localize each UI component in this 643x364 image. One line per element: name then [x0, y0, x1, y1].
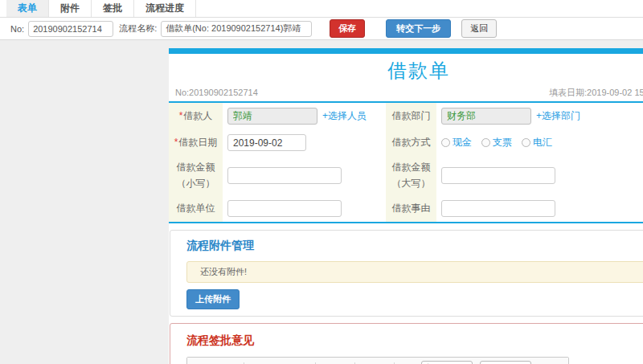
amount-upper-cell — [436, 156, 643, 195]
unit-label-text: 借款单位 — [177, 200, 215, 216]
no-attachments-alert: 还没有附件! — [186, 261, 643, 283]
outdent-button[interactable]: ⇤ — [358, 361, 375, 364]
check-radio[interactable] — [481, 138, 490, 147]
department-label-text: 借款部门 — [392, 108, 431, 124]
loan-date-label-text: 借款日期 — [178, 134, 217, 150]
italic-button[interactable]: I — [208, 361, 224, 364]
no-input[interactable] — [28, 21, 113, 37]
reason-input[interactable] — [441, 200, 555, 217]
content-area: 借款单 No:20190902152714 填表日期:2019-09-02 15… — [0, 40, 643, 364]
form-no-text: No:20190902152714 — [175, 88, 258, 97]
action-toolbar: No: 流程名称: 保存 转交下一步 返回 — [0, 18, 643, 40]
link-button[interactable]: ∞ — [264, 361, 280, 364]
bulleted-list-button[interactable]: ☰ — [335, 361, 351, 364]
amount-lower-label-text: 借款金额（小写） — [170, 159, 221, 192]
numbered-list-button[interactable]: ≡ — [319, 361, 335, 364]
strikethrough-button[interactable]: abc — [224, 361, 240, 364]
no-label: No: — [10, 24, 24, 34]
check-radio-option[interactable]: 支票 — [481, 136, 512, 149]
payment-method-cell: 现金 支票 电汇 — [436, 129, 643, 156]
blockquote-button[interactable]: ” — [398, 361, 414, 364]
amount-upper-label: 借款金额（大写） — [386, 156, 436, 195]
form-title: 借款单 — [169, 54, 643, 84]
signoff-heading: 流程签批意见 — [186, 333, 643, 348]
editor-toolbar-buttons: BIabc✐∞∞⚑≡☰⇤⇥” — [192, 361, 414, 364]
unit-label: 借款单位 — [169, 195, 223, 222]
tab-bar: 表单 附件 签批 流程进度 — [0, 0, 643, 18]
check-radio-label: 支票 — [493, 136, 512, 149]
attachments-panel: 流程附件管理 还没有附件! 上传附件 — [170, 230, 643, 317]
form-meta: No:20190902152714 填表日期:2019-09-02 15:27:… — [169, 84, 643, 101]
bold-button[interactable]: B — [192, 361, 208, 364]
loan-form-table: * 借款人 +选择人员 借款部门 +选择部门 * 借款日期 — [169, 101, 643, 223]
unlink-button[interactable]: ∞ — [280, 361, 296, 364]
cash-radio-option[interactable]: 现金 — [441, 136, 472, 149]
indent-button[interactable]: ⇥ — [375, 361, 391, 364]
department-cell: +选择部门 — [436, 103, 643, 129]
styles-dropdown[interactable]: 样式 ▾ — [421, 361, 473, 364]
format-dropdown[interactable]: 格式 ▾ — [480, 361, 531, 364]
process-name-label: 流程名称: — [119, 22, 157, 35]
wire-radio-label: 电汇 — [533, 136, 552, 149]
required-marker: * — [174, 134, 178, 150]
unit-input[interactable] — [227, 200, 342, 217]
upload-attachment-button[interactable]: 上传附件 — [186, 289, 240, 309]
next-step-button[interactable]: 转交下一步 — [386, 19, 451, 38]
tab-progress[interactable]: 流程进度 — [134, 0, 196, 17]
tab-signoff[interactable]: 签批 — [92, 0, 134, 17]
editor-toolbar: BIabc✐∞∞⚑≡☰⇤⇥” 样式 ▾ 格式 ▾ — [187, 358, 568, 364]
reason-label: 借款事由 — [386, 195, 436, 222]
process-name-input[interactable] — [161, 21, 312, 37]
tab-form[interactable]: 表单 — [6, 0, 49, 17]
loan-date-label: * 借款日期 — [169, 129, 223, 156]
unit-cell — [223, 195, 386, 222]
reason-cell — [436, 195, 643, 222]
department-label: 借款部门 — [386, 103, 436, 129]
borrower-input[interactable] — [227, 108, 317, 125]
attachments-heading: 流程附件管理 — [186, 239, 643, 253]
cash-radio[interactable] — [441, 138, 450, 147]
form-date-text: 填表日期:2019-09-02 15:27:14 — [549, 84, 643, 101]
loan-date-input[interactable] — [227, 134, 306, 151]
cash-radio-label: 现金 — [453, 136, 472, 149]
amount-lower-input[interactable] — [227, 167, 342, 184]
rich-text-editor: BIabc✐∞∞⚑≡☰⇤⇥” 样式 ▾ 格式 ▾ — [186, 357, 569, 364]
department-input[interactable] — [441, 108, 531, 125]
payment-method-label: 借款方式 — [386, 129, 436, 156]
save-button[interactable]: 保存 — [330, 19, 365, 38]
amount-upper-input[interactable] — [441, 167, 555, 184]
borrower-label: * 借款人 — [169, 103, 223, 129]
amount-upper-label-text: 借款金额（大写） — [387, 159, 435, 192]
payment-method-label-text: 借款方式 — [392, 134, 431, 150]
loan-form-panel: 借款单 No:20190902152714 填表日期:2019-09-02 15… — [169, 48, 643, 364]
select-department-link[interactable]: +选择部门 — [536, 109, 580, 123]
remove-format-button[interactable]: ✐ — [248, 361, 264, 364]
borrower-label-text: 借款人 — [183, 108, 212, 124]
amount-lower-label: 借款金额（小写） — [169, 156, 223, 195]
anchor-button[interactable]: ⚑ — [296, 361, 312, 364]
amount-lower-cell — [223, 156, 386, 195]
required-marker: * — [179, 108, 183, 124]
wire-radio-option[interactable]: 电汇 — [522, 136, 552, 149]
borrower-cell: +选择人员 — [223, 103, 386, 129]
select-person-link[interactable]: +选择人员 — [322, 109, 367, 123]
tab-attachments[interactable]: 附件 — [49, 0, 92, 17]
loan-date-cell — [223, 129, 386, 156]
back-button[interactable]: 返回 — [461, 19, 497, 38]
signoff-panel: 流程签批意见 BIabc✐∞∞⚑≡☰⇤⇥” 样式 ▾ 格式 ▾ — [170, 323, 643, 364]
panel-top-bar — [169, 48, 643, 54]
wire-radio[interactable] — [522, 138, 530, 147]
reason-label-text: 借款事由 — [392, 200, 431, 216]
